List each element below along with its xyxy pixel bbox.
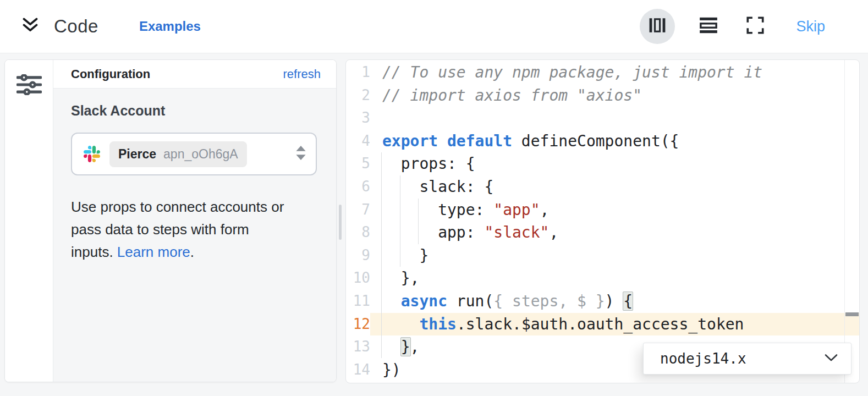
line-number: 5 [346,152,370,175]
chevron-down-icon [825,354,838,364]
configuration-panel: Configuration refresh Slack Account Pier… [4,59,337,382]
props-help-text: Use props to connect accounts or pass da… [71,196,321,263]
account-token: apn_oOh6gA [163,147,238,162]
layout-columns-view-button[interactable] [640,9,675,44]
slack-logo-icon [84,146,100,162]
code-line-11[interactable]: 11 async run({ steps, $ }) { [346,290,859,313]
skip-button[interactable]: Skip [796,18,825,35]
fullscreen-button[interactable] [746,16,764,36]
line-number: 10 [346,267,370,290]
code-line-10[interactable]: 10 }, [346,267,859,290]
step-title: Code [54,16,98,37]
examples-link[interactable]: Examples [139,19,201,34]
code-line-4[interactable]: 4export default defineComponent({ [346,130,859,153]
line-number: 6 [346,175,370,199]
configuration-rail [5,60,53,382]
layout-rows-icon [699,17,718,36]
slack-account-label: Slack Account [71,103,321,119]
code-line-3[interactable]: 3 [346,107,859,130]
code-line-7[interactable]: 7 type: "app", [346,199,859,222]
line-number: 3 [346,107,370,130]
runtime-label: nodejs14.x [660,350,825,367]
layout-rows-view-button[interactable] [699,17,718,36]
chevrons-double-down-icon [21,16,40,37]
editor-scrollbar-track [844,60,845,383]
line-number: 12 [346,313,370,336]
code-line-2[interactable]: 2// import axios from "axios" [346,84,859,107]
select-updown-icon [295,145,307,163]
line-number: 8 [346,221,370,244]
collapse-step-button[interactable] [21,17,40,36]
line-number: 1 [346,61,370,84]
layout-columns-icon [649,18,666,35]
sliders-settings-icon[interactable] [17,74,42,382]
line-number: 7 [346,199,370,222]
line-number: 11 [346,290,370,313]
code-line-1[interactable]: 1// To use any npm package, just import … [346,61,859,84]
line-number: 13 [346,336,370,359]
line-number: 14 [346,359,370,382]
selected-account-pill: Pierce apn_oOh6gA [109,141,247,167]
learn-more-link[interactable]: Learn more [117,244,190,260]
refresh-link[interactable]: refresh [283,67,321,81]
code-line-8[interactable]: 8 app: "slack", [346,221,859,244]
runtime-select[interactable]: nodejs14.x [643,343,851,375]
slack-account-select[interactable]: Pierce apn_oOh6gA [71,133,317,175]
config-panel-scrollbar-thumb[interactable] [339,205,342,240]
code-line-6[interactable]: 6 slack: { [346,175,859,199]
editor-active-line-marker[interactable] [845,312,859,316]
code-editor-panel: 1// To use any npm package, just import … [345,59,860,383]
configuration-body: Slack Account Pierce apn_oOh6gA [53,89,336,382]
code-line-5[interactable]: 5 props: { [346,152,859,175]
line-number: 9 [346,244,370,267]
line-number: 4 [346,130,370,153]
step-header: Code Examples [0,0,868,53]
account-name: Pierce [118,147,156,162]
configuration-title: Configuration [71,67,150,81]
fullscreen-icon [746,16,764,36]
line-number: 2 [346,84,370,107]
code-line-9[interactable]: 9 } [346,244,859,267]
code-line-12[interactable]: 12 this.slack.$auth.oauth_access_token [346,313,859,336]
configuration-header: Configuration refresh [53,60,336,89]
code-lines[interactable]: 1// To use any npm package, just import … [346,61,859,381]
